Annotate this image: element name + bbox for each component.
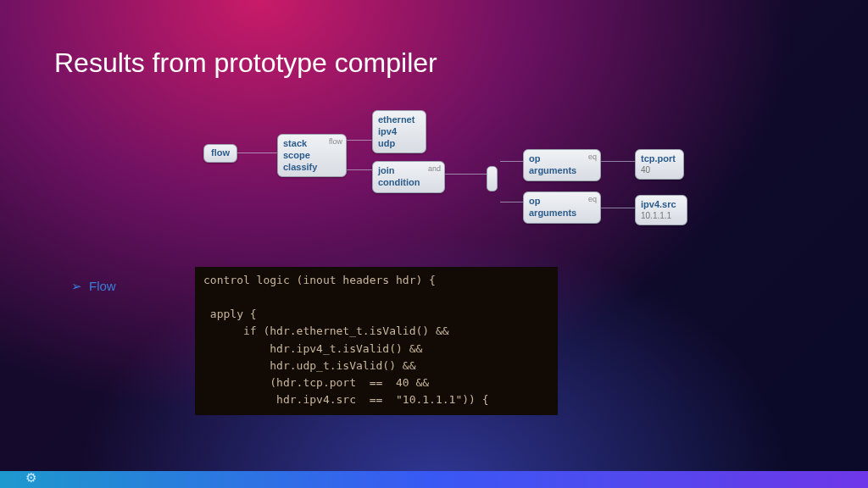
node-line: ipv4 <box>378 126 420 138</box>
code-line: control logic (inout headers hdr) { <box>203 274 436 286</box>
code-line: (hdr.tcp.port == 40 && <box>203 376 429 389</box>
node-line: op <box>529 153 595 165</box>
code-line: apply { <box>203 308 257 320</box>
bullet-label: Flow <box>89 279 116 293</box>
footer-bar <box>0 471 868 488</box>
node-line: arguments <box>529 208 595 219</box>
node-tcp-port: tcp.port 40 <box>635 149 684 180</box>
code-line: hdr.ipv4_t.isValid() && <box>203 342 422 355</box>
chevron-right-icon: ➢ <box>71 279 82 293</box>
gear-icon: ⚙ <box>25 470 36 485</box>
node-line: condition <box>378 177 439 189</box>
node-line: 10.1.1.1 <box>641 211 682 222</box>
node-line: classify <box>283 162 341 174</box>
node-stack-scope-classify: flow stack scope classify <box>277 134 347 177</box>
code-line: hdr.ipv4.src == "10.1.1.1")) { <box>203 393 489 406</box>
connector <box>441 174 487 175</box>
code-line: hdr.udp_t.isValid() && <box>203 359 415 372</box>
connector <box>500 202 526 202</box>
compiler-diagram: flow flow stack scope classify ethernet … <box>208 110 699 229</box>
node-line: udp <box>378 138 420 150</box>
node-join: and join condition <box>372 161 445 193</box>
node-line: ethernet <box>378 114 420 126</box>
node-connector-pill <box>487 166 498 191</box>
page-title: Results from prototype compiler <box>54 47 437 79</box>
connector <box>237 152 280 153</box>
node-flow: flow <box>203 144 237 163</box>
node-line: ipv4.src <box>641 199 682 211</box>
node-tag: flow <box>329 137 342 147</box>
bullet-flow: ➢Flow <box>71 279 116 294</box>
node-tag: eq <box>588 152 597 162</box>
code-block: control logic (inout headers hdr) { appl… <box>195 267 558 415</box>
node-tag: and <box>428 164 441 174</box>
node-op-2: eq op arguments <box>523 191 601 224</box>
connector <box>598 161 636 162</box>
node-line: arguments <box>529 165 595 177</box>
code-line: if (hdr.ethernet_t.isValid() && <box>203 324 449 337</box>
connector <box>500 161 526 162</box>
node-line: tcp.port <box>641 153 678 165</box>
node-line: scope <box>283 150 341 162</box>
node-line: op <box>529 196 595 208</box>
node-line: 40 <box>641 165 678 176</box>
node-op-1: eq op arguments <box>523 149 601 181</box>
node-label: flow <box>211 147 230 158</box>
connector <box>598 208 636 208</box>
node-protocols: ethernet ipv4 udp <box>372 110 426 153</box>
node-ipv4-src: ipv4.src 10.1.1.1 <box>635 195 687 225</box>
node-tag: eq <box>588 195 597 204</box>
